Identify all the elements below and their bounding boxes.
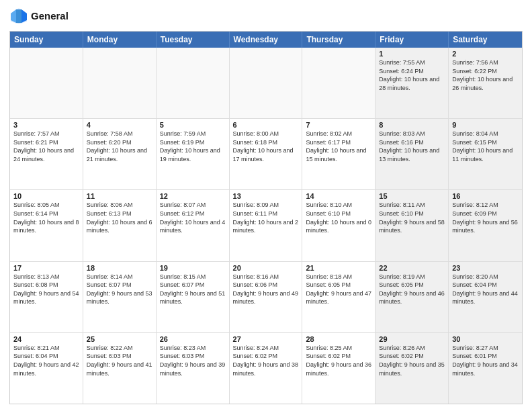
day-info: Sunrise: 8:13 AM Sunset: 6:08 PM Dayligh… <box>13 273 79 306</box>
empty-cell <box>83 48 157 118</box>
calendar-row-4: 24Sunrise: 8:21 AM Sunset: 6:04 PM Dayli… <box>10 333 522 404</box>
day-number: 22 <box>379 264 445 272</box>
day-cell-12: 12Sunrise: 8:07 AM Sunset: 6:12 PM Dayli… <box>157 190 230 261</box>
day-info: Sunrise: 7:57 AM Sunset: 6:21 PM Dayligh… <box>13 130 79 163</box>
day-number: 29 <box>379 335 445 343</box>
day-number: 8 <box>379 121 445 129</box>
day-cell-15: 15Sunrise: 8:11 AM Sunset: 6:10 PM Dayli… <box>375 190 449 261</box>
day-cell-8: 8Sunrise: 8:03 AM Sunset: 6:16 PM Daylig… <box>375 119 449 189</box>
day-cell-20: 20Sunrise: 8:16 AM Sunset: 6:06 PM Dayli… <box>230 262 303 332</box>
day-info: Sunrise: 8:14 AM Sunset: 6:07 PM Dayligh… <box>87 273 152 306</box>
empty-cell <box>157 48 230 118</box>
day-cell-17: 17Sunrise: 8:13 AM Sunset: 6:08 PM Dayli… <box>10 262 83 332</box>
day-info: Sunrise: 8:05 AM Sunset: 6:14 PM Dayligh… <box>13 201 79 234</box>
day-number: 2 <box>452 50 519 58</box>
day-info: Sunrise: 8:12 AM Sunset: 6:09 PM Dayligh… <box>452 201 519 234</box>
day-cell-5: 5Sunrise: 7:59 AM Sunset: 6:19 PM Daylig… <box>157 119 230 189</box>
weekday-header-wednesday: Wednesday <box>230 32 303 48</box>
calendar-header: SundayMondayTuesdayWednesdayThursdayFrid… <box>10 32 522 48</box>
day-info: Sunrise: 8:03 AM Sunset: 6:16 PM Dayligh… <box>379 130 445 163</box>
day-info: Sunrise: 8:10 AM Sunset: 6:10 PM Dayligh… <box>306 201 371 234</box>
day-info: Sunrise: 8:09 AM Sunset: 6:11 PM Dayligh… <box>233 201 299 234</box>
day-info: Sunrise: 8:20 AM Sunset: 6:04 PM Dayligh… <box>452 273 519 306</box>
day-info: Sunrise: 8:15 AM Sunset: 6:07 PM Dayligh… <box>160 273 226 306</box>
empty-cell <box>230 48 303 118</box>
day-number: 26 <box>160 335 226 343</box>
day-number: 14 <box>306 192 371 200</box>
weekday-header-friday: Friday <box>375 32 449 48</box>
day-cell-2: 2Sunrise: 7:56 AM Sunset: 6:22 PM Daylig… <box>449 48 522 118</box>
day-info: Sunrise: 8:24 AM Sunset: 6:02 PM Dayligh… <box>233 344 299 377</box>
day-number: 3 <box>13 121 79 129</box>
day-info: Sunrise: 7:58 AM Sunset: 6:20 PM Dayligh… <box>87 130 152 163</box>
day-info: Sunrise: 8:18 AM Sunset: 6:05 PM Dayligh… <box>306 273 371 306</box>
day-number: 18 <box>87 264 152 272</box>
calendar-body: 1Sunrise: 7:55 AM Sunset: 6:24 PM Daylig… <box>10 48 522 404</box>
day-cell-27: 27Sunrise: 8:24 AM Sunset: 6:02 PM Dayli… <box>230 333 303 404</box>
calendar-row-3: 17Sunrise: 8:13 AM Sunset: 6:08 PM Dayli… <box>10 262 522 333</box>
day-cell-11: 11Sunrise: 8:06 AM Sunset: 6:13 PM Dayli… <box>83 190 157 261</box>
day-number: 12 <box>160 192 226 200</box>
day-cell-10: 10Sunrise: 8:05 AM Sunset: 6:14 PM Dayli… <box>10 190 83 261</box>
day-number: 15 <box>379 192 445 200</box>
logo: General <box>9 7 69 26</box>
empty-cell <box>302 48 375 118</box>
calendar-row-0: 1Sunrise: 7:55 AM Sunset: 6:24 PM Daylig… <box>10 48 522 119</box>
day-cell-28: 28Sunrise: 8:25 AM Sunset: 6:02 PM Dayli… <box>302 333 375 404</box>
svg-marker-2 <box>16 9 21 23</box>
day-info: Sunrise: 8:00 AM Sunset: 6:18 PM Dayligh… <box>233 130 299 163</box>
day-cell-16: 16Sunrise: 8:12 AM Sunset: 6:09 PM Dayli… <box>449 190 522 261</box>
day-number: 19 <box>160 264 226 272</box>
day-number: 11 <box>87 192 152 200</box>
day-info: Sunrise: 8:26 AM Sunset: 6:02 PM Dayligh… <box>379 344 445 377</box>
day-number: 5 <box>160 121 226 129</box>
weekday-header-monday: Monday <box>83 32 157 48</box>
day-cell-26: 26Sunrise: 8:23 AM Sunset: 6:03 PM Dayli… <box>157 333 230 404</box>
day-number: 9 <box>452 121 519 129</box>
day-number: 6 <box>233 121 299 129</box>
day-cell-7: 7Sunrise: 8:02 AM Sunset: 6:17 PM Daylig… <box>302 119 375 189</box>
logo-icon <box>9 7 28 26</box>
day-cell-30: 30Sunrise: 8:27 AM Sunset: 6:01 PM Dayli… <box>449 333 522 404</box>
day-info: Sunrise: 7:56 AM Sunset: 6:22 PM Dayligh… <box>452 58 519 92</box>
day-cell-9: 9Sunrise: 8:04 AM Sunset: 6:15 PM Daylig… <box>449 119 522 189</box>
day-info: Sunrise: 8:11 AM Sunset: 6:10 PM Dayligh… <box>379 201 445 234</box>
day-info: Sunrise: 7:59 AM Sunset: 6:19 PM Dayligh… <box>160 130 226 163</box>
day-info: Sunrise: 8:25 AM Sunset: 6:02 PM Dayligh… <box>306 344 371 377</box>
header: General <box>9 7 523 26</box>
day-info: Sunrise: 8:19 AM Sunset: 6:05 PM Dayligh… <box>379 273 445 306</box>
day-cell-1: 1Sunrise: 7:55 AM Sunset: 6:24 PM Daylig… <box>375 48 449 118</box>
day-cell-23: 23Sunrise: 8:20 AM Sunset: 6:04 PM Dayli… <box>449 262 522 332</box>
day-cell-3: 3Sunrise: 7:57 AM Sunset: 6:21 PM Daylig… <box>10 119 83 189</box>
day-cell-29: 29Sunrise: 8:26 AM Sunset: 6:02 PM Dayli… <box>375 333 449 404</box>
day-info: Sunrise: 8:22 AM Sunset: 6:03 PM Dayligh… <box>87 344 152 377</box>
day-cell-13: 13Sunrise: 8:09 AM Sunset: 6:11 PM Dayli… <box>230 190 303 261</box>
day-number: 30 <box>452 335 519 343</box>
calendar-row-1: 3Sunrise: 7:57 AM Sunset: 6:21 PM Daylig… <box>10 119 522 190</box>
day-number: 7 <box>306 121 371 129</box>
logo-text: General <box>31 11 69 22</box>
calendar-row-2: 10Sunrise: 8:05 AM Sunset: 6:14 PM Dayli… <box>10 190 522 261</box>
weekday-header-tuesday: Tuesday <box>157 32 230 48</box>
day-info: Sunrise: 8:23 AM Sunset: 6:03 PM Dayligh… <box>160 344 226 377</box>
page: General SundayMondayTuesdayWednesdayThur… <box>0 0 532 411</box>
weekday-header-thursday: Thursday <box>302 32 375 48</box>
day-info: Sunrise: 7:55 AM Sunset: 6:24 PM Dayligh… <box>379 58 445 92</box>
day-info: Sunrise: 8:16 AM Sunset: 6:06 PM Dayligh… <box>233 273 299 306</box>
day-number: 23 <box>452 264 519 272</box>
day-number: 1 <box>379 50 445 58</box>
day-number: 16 <box>452 192 519 200</box>
day-cell-24: 24Sunrise: 8:21 AM Sunset: 6:04 PM Dayli… <box>10 333 83 404</box>
empty-cell <box>10 48 83 118</box>
day-number: 24 <box>13 335 79 343</box>
day-info: Sunrise: 8:21 AM Sunset: 6:04 PM Dayligh… <box>13 344 79 377</box>
day-cell-19: 19Sunrise: 8:15 AM Sunset: 6:07 PM Dayli… <box>157 262 230 332</box>
day-number: 27 <box>233 335 299 343</box>
day-info: Sunrise: 8:06 AM Sunset: 6:13 PM Dayligh… <box>87 201 152 234</box>
day-cell-25: 25Sunrise: 8:22 AM Sunset: 6:03 PM Dayli… <box>83 333 157 404</box>
day-number: 28 <box>306 335 371 343</box>
day-number: 25 <box>87 335 152 343</box>
weekday-header-sunday: Sunday <box>10 32 83 48</box>
day-info: Sunrise: 8:07 AM Sunset: 6:12 PM Dayligh… <box>160 201 226 234</box>
weekday-header-saturday: Saturday <box>449 32 522 48</box>
